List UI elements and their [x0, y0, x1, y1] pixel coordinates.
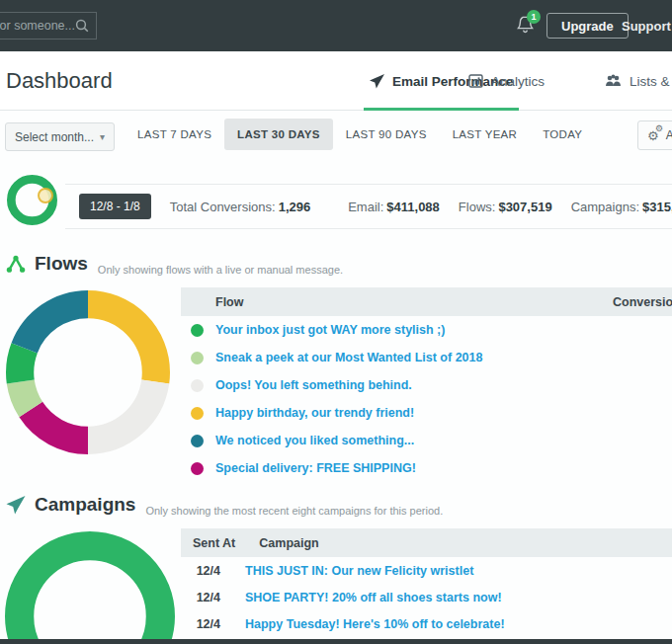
flow-link[interactable]: Special delivery: FREE SHIPPING!	[215, 461, 416, 475]
flow-color-dot	[191, 379, 204, 392]
advanced-settings-button[interactable]: ⚙⚙ Advanced	[637, 121, 672, 150]
campaigns-header: Campaigns Only showing the most recent e…	[6, 494, 443, 517]
campaign-link[interactable]: SHOE PARTY! 20% off all shoes starts now…	[245, 591, 502, 604]
campaigns-subtitle: Only showing the most recent eight campa…	[145, 505, 443, 517]
month-select-value: Select month...	[15, 130, 94, 144]
stat-email: Email:$411,088	[348, 200, 440, 214]
campaigns-table: Sent At Campaign 12/4 THIS JUST IN: Our …	[181, 528, 672, 644]
flow-link[interactable]: Oops! You left something behind.	[215, 378, 412, 392]
flow-color-dot	[191, 324, 204, 337]
flow-link[interactable]: Sneak a peek at our Most Wanted List of …	[215, 351, 482, 364]
notification-count-badge: 1	[527, 10, 541, 24]
people-icon	[605, 74, 622, 88]
range-last-30-days[interactable]: LAST 30 DAYS	[224, 119, 333, 150]
column-sent-at: Sent At	[193, 536, 235, 550]
overview-summary: 12/8 - 1/8 Total Conversions:1,296 Email…	[0, 164, 672, 237]
advanced-label: Advanced	[666, 128, 672, 142]
table-row: Your inbox just got WAY more stylish ;)	[181, 316, 672, 344]
campaign-link[interactable]: Happy Tuesday! Here's 10% off to celebra…	[245, 617, 505, 631]
stat-campaigns: Campaigns:$315,207	[571, 200, 672, 214]
tab-lists-segments[interactable]: Lists & Segments	[605, 51, 672, 111]
table-row: We noticed you liked something...	[181, 427, 672, 454]
table-row: Oops! You left something behind.	[181, 371, 672, 399]
stat-total-conversions: Total Conversions:1,296	[170, 200, 311, 214]
search-icon[interactable]	[75, 19, 89, 33]
donut-highlight-dot	[38, 188, 53, 203]
campaigns-donut-chart[interactable]	[5, 531, 175, 644]
bar-chart-icon	[468, 74, 483, 88]
sent-at-value: 12/4	[181, 591, 220, 604]
tab-label: Lists & Segments	[630, 74, 672, 89]
notifications-bell[interactable]: 1	[516, 15, 540, 39]
chevron-down-icon: ▾	[100, 131, 105, 142]
flows-donut-chart[interactable]	[6, 290, 170, 454]
search-input[interactable]	[0, 19, 75, 33]
date-filter-bar: Select month... ▾ LAST 7 DAYS LAST 30 DA…	[0, 111, 672, 164]
gears-icon: ⚙⚙	[647, 129, 659, 142]
table-row: Special delivery: FREE SHIPPING!	[181, 454, 672, 482]
campaigns-title: Campaigns	[6, 494, 135, 516]
top-navigation-bar: 1 Upgrade Support	[0, 0, 672, 51]
sent-at-value: 12/4	[181, 617, 220, 631]
page-title: Dashboard	[6, 68, 113, 94]
upgrade-button[interactable]: Upgrade	[546, 13, 629, 39]
flow-link[interactable]: Happy birthday, our trendy friend!	[215, 406, 414, 420]
flows-title: Flows	[6, 253, 88, 275]
table-row: 12/4 Happy Tuesday! Here's 10% off to ce…	[181, 610, 672, 637]
range-last-7-days[interactable]: LAST 7 DAYS	[125, 119, 224, 150]
flow-color-dot	[191, 407, 204, 420]
flows-table: Flow Conversions Your inbox just got WAY…	[181, 287, 672, 482]
support-link[interactable]: Support	[622, 19, 671, 34]
paper-plane-icon	[370, 74, 384, 89]
column-campaign: Campaign	[259, 536, 318, 550]
table-row: 12/4 THIS JUST IN: Our new Felicity wris…	[181, 557, 672, 584]
search-box[interactable]	[0, 12, 97, 40]
flow-link[interactable]: We noticed you liked something...	[215, 434, 414, 447]
flow-color-dot	[191, 462, 204, 475]
flows-table-header: Flow Conversions	[181, 287, 672, 316]
column-flow: Flow	[215, 295, 243, 309]
campaigns-table-header: Sent At Campaign	[181, 528, 672, 557]
flow-link[interactable]: Your inbox just got WAY more stylish ;)	[215, 323, 445, 337]
paper-plane-icon	[6, 496, 26, 515]
flows-header: Flows Only showing flows with a live or …	[6, 253, 343, 276]
flow-color-dot	[191, 352, 204, 364]
flows-section: Flows Only showing flows with a live or …	[0, 245, 672, 486]
stat-flows: Flows:$307,519	[459, 200, 552, 214]
campaigns-section: Campaigns Only showing the most recent e…	[0, 486, 672, 644]
flow-color-dot	[191, 435, 204, 447]
tab-label: Analytics	[491, 74, 545, 89]
month-select-dropdown[interactable]: Select month... ▾	[5, 122, 115, 151]
tab-analytics[interactable]: Analytics	[468, 51, 545, 111]
flows-subtitle: Only showing flows with a live or manual…	[98, 264, 343, 276]
sent-at-value: 12/4	[181, 564, 220, 578]
range-today[interactable]: TODAY	[530, 119, 595, 150]
range-last-year[interactable]: LAST YEAR	[440, 119, 531, 150]
table-row: Sneak a peek at our Most Wanted List of …	[181, 344, 672, 371]
campaign-link[interactable]: THIS JUST IN: Our new Felicity wristlet	[245, 564, 473, 578]
summary-stats-strip: 12/8 - 1/8 Total Conversions:1,296 Email…	[65, 184, 672, 229]
column-conversions: Conversions	[613, 295, 672, 309]
table-row: 12/4 SHOE PARTY! 20% off all shoes start…	[181, 584, 672, 610]
page-header: Dashboard Email Performance Analytics Li…	[0, 51, 672, 111]
bottom-edge-bar	[0, 639, 672, 644]
table-row: Happy birthday, our trendy friend!	[181, 399, 672, 427]
range-button-group: LAST 7 DAYS LAST 30 DAYS LAST 90 DAYS LA…	[125, 119, 595, 150]
range-last-90-days[interactable]: LAST 90 DAYS	[333, 119, 440, 150]
date-range-badge: 12/8 - 1/8	[79, 194, 151, 219]
dashboard-page: 1 Upgrade Support Dashboard Email Perfor…	[0, 0, 672, 644]
flow-branch-icon	[6, 255, 26, 274]
